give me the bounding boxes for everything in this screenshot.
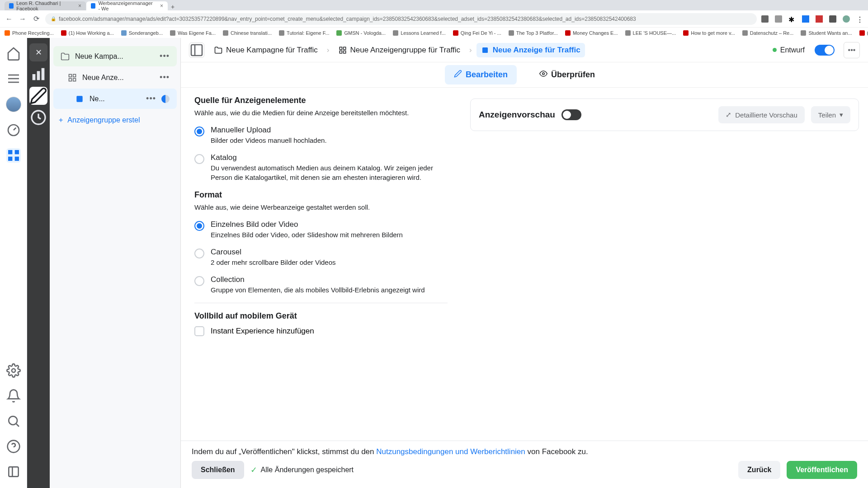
back-button[interactable]: Zurück	[738, 461, 780, 479]
bookmark[interactable]: Phone Recycling...	[5, 30, 54, 36]
clock-icon[interactable]	[29, 108, 47, 127]
tree-ad[interactable]: Ne... •••	[53, 89, 177, 109]
fb-ext-icon[interactable]	[802, 15, 809, 23]
svg-rect-16	[37, 71, 40, 80]
svg-rect-27	[343, 47, 345, 49]
svg-point-31	[542, 73, 545, 75]
gear-icon[interactable]	[6, 363, 21, 378]
publish-button[interactable]: Veröffentlichen	[787, 461, 857, 479]
chevron-right-icon: ›	[327, 46, 330, 55]
help-icon[interactable]	[6, 439, 21, 454]
gauge-icon[interactable]	[6, 123, 21, 137]
radio-single[interactable]: Einzelnes Bild oder Video Einzelnes Bild…	[194, 220, 448, 239]
bookmark[interactable]: The Top 3 Platfor...	[509, 30, 558, 36]
topbar: Neue Kampagne für Traffic › Neue Anzeige…	[181, 38, 868, 62]
reload-icon[interactable]: ⟳	[32, 14, 41, 23]
close-icon[interactable]: ×	[160, 3, 163, 9]
home-icon[interactable]	[6, 46, 21, 61]
crumb-adset[interactable]: Neue Anzeigengruppe für Traffic	[334, 43, 465, 57]
avatar[interactable]	[6, 97, 21, 112]
collapse-icon[interactable]	[6, 465, 21, 479]
tree-adset[interactable]: Neue Anze... •••	[53, 67, 177, 88]
panel-toggle-icon[interactable]	[189, 42, 204, 58]
ext-icon[interactable]	[816, 15, 823, 23]
browser-tab[interactable]: Leon R. Chaudhari | Facebook ×	[5, 1, 86, 10]
crumb-campaign[interactable]: Neue Kampagne für Traffic	[210, 43, 322, 57]
pencil-icon	[454, 70, 462, 80]
radio-carousel[interactable]: Carousel 2 oder mehr scrollbare Bilder o…	[194, 248, 448, 267]
svg-rect-20	[73, 74, 76, 77]
radio-manual-upload[interactable]: Manueller Upload Bilder oder Videos manu…	[194, 126, 448, 145]
bookmark[interactable]: (1) How Working a...	[61, 30, 114, 36]
ext-icon[interactable]: ✱	[788, 15, 796, 23]
ext-icon[interactable]	[829, 15, 836, 23]
bookmark[interactable]: Chinese translati...	[223, 30, 272, 36]
bookmark[interactable]: Sonderangeb...	[121, 30, 163, 36]
tree-campaign[interactable]: Neue Kampa... •••	[53, 46, 177, 66]
more-icon[interactable]: •••	[146, 94, 156, 103]
bookmark[interactable]: LEE 'S HOUSE—...	[625, 30, 676, 36]
tab-strip: Leon R. Chaudhari | Facebook × Werbeanze…	[0, 0, 868, 10]
forward-icon[interactable]: →	[18, 15, 27, 23]
crumb-ad[interactable]: Neue Anzeige für Traffic	[476, 43, 585, 57]
tab-review[interactable]: Überprüfen	[530, 65, 604, 84]
campaign-tree: Neue Kampa... ••• Neue Anze... ••• Ne...…	[50, 38, 181, 488]
svg-rect-4	[8, 150, 12, 154]
profile-icon[interactable]	[843, 15, 850, 23]
bookmark[interactable]: Lessons Learned f...	[393, 30, 446, 36]
back-icon[interactable]: ←	[5, 15, 14, 23]
menu-icon[interactable]: ⋮	[856, 15, 863, 23]
tab-title: Werbeanzeigenmanager - We	[98, 0, 156, 11]
footer: Indem du auf „Veröffentlichen" klickst, …	[181, 441, 868, 488]
checkbox-instant-experience[interactable]: Instant Experience hinzufügen	[194, 326, 448, 336]
bookmark[interactable]: Datenschutz – Re...	[742, 30, 794, 36]
menu-icon[interactable]	[6, 71, 21, 86]
url-bar[interactable]: 🔒 facebook.com/adsmanager/manage/ads/edi…	[45, 13, 757, 25]
legal-link[interactable]: Nutzungsbedingungen und Werberichtlinien	[376, 447, 525, 456]
bookmark[interactable]: Qing Fei De Yi - ...	[453, 30, 501, 36]
new-tab-button[interactable]: +	[168, 3, 177, 10]
ext-icon[interactable]	[761, 15, 769, 23]
close-button[interactable]: Schließen	[192, 461, 244, 479]
bookmark[interactable]: Was Eigene Fa...	[170, 30, 216, 36]
folder-icon	[214, 46, 222, 54]
preview-toggle[interactable]	[561, 109, 581, 120]
radio-collection[interactable]: Collection Gruppe von Elementen, die als…	[194, 275, 448, 295]
edit-icon[interactable]	[29, 87, 47, 105]
status-text: Entwurf	[780, 46, 805, 54]
bookmark[interactable]: Money Changes E...	[565, 30, 618, 36]
search-icon[interactable]	[6, 414, 21, 428]
chart-icon[interactable]	[29, 65, 47, 83]
tab-edit[interactable]: Bearbeiten	[445, 65, 517, 84]
option-desc: Du verwendest automatisch Medien aus dei…	[211, 163, 448, 182]
eye-icon	[539, 70, 547, 80]
grid-icon[interactable]	[6, 148, 21, 163]
close-icon[interactable]: ×	[78, 3, 81, 9]
share-button[interactable]: Teilen ▾	[811, 106, 850, 123]
bookmark[interactable]: Tutorial: Eigene F...	[279, 30, 329, 36]
bookmark[interactable]: Student Wants an...	[801, 30, 852, 36]
detailed-preview-button[interactable]: ⤢ Detaillierte Vorschau	[718, 106, 805, 123]
check-icon: ✓	[250, 465, 257, 475]
status-badge: Entwurf	[773, 46, 805, 54]
publish-toggle[interactable]	[815, 45, 835, 56]
progress-icon	[161, 95, 170, 103]
star-icon[interactable]	[775, 15, 782, 23]
bookmark[interactable]: GMSN - Vologda...	[336, 30, 386, 36]
more-icon[interactable]: •••	[160, 52, 170, 61]
browser-tab[interactable]: Werbeanzeigenmanager - We ×	[86, 1, 168, 10]
bell-icon[interactable]	[6, 389, 21, 403]
svg-rect-23	[76, 96, 82, 102]
radio-icon	[194, 276, 204, 286]
add-adset-button[interactable]: + Anzeigengruppe erstel	[50, 110, 180, 131]
more-icon[interactable]: •••	[160, 73, 170, 82]
bookmark[interactable]: (2) How To Add A...	[859, 30, 868, 36]
bookmark[interactable]: How to get more v...	[683, 30, 735, 36]
content-row: Quelle für Anzeigenelemente Wähle aus, w…	[181, 88, 868, 488]
svg-point-9	[9, 416, 17, 425]
section-heading: Quelle für Anzeigenelemente	[194, 96, 448, 105]
checkbox-label: Instant Experience hinzufügen	[211, 327, 314, 336]
close-button[interactable]: ✕	[29, 43, 47, 61]
radio-catalog[interactable]: Katalog Du verwendest automatisch Medien…	[194, 153, 448, 182]
more-menu-button[interactable]: •••	[844, 42, 860, 58]
